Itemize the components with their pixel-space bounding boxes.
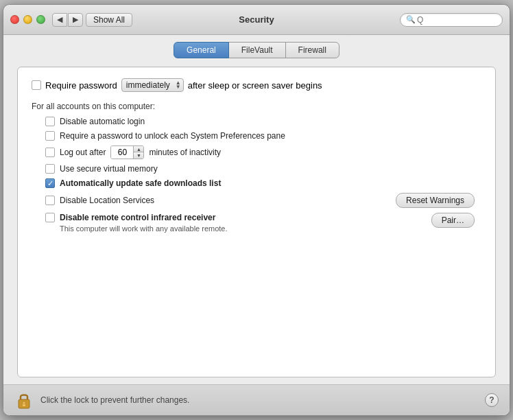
stepper-down-button[interactable]: ▼: [134, 152, 143, 159]
svg-point-2: [23, 401, 25, 404]
secure-virtual-memory-checkbox[interactable]: [45, 164, 55, 174]
tab-general[interactable]: General: [174, 42, 229, 58]
require-password-checkbox[interactable]: [32, 80, 41, 90]
disable-infrared-subtext: This computer will work with any availab…: [60, 224, 228, 234]
require-password-dropdown[interactable]: immediately 5 seconds 1 minute 5 minutes…: [121, 78, 184, 92]
minimize-button[interactable]: [23, 15, 32, 24]
auto-update-safe-downloads-label: Automatically update safe downloads list: [60, 178, 221, 188]
require-password-unlock-checkbox[interactable]: [45, 131, 55, 141]
stepper-up-button[interactable]: ▲: [134, 146, 143, 152]
disable-infrared-label: Disable remote control infrared receiver: [60, 213, 215, 222]
show-all-button[interactable]: Show All: [86, 13, 132, 27]
search-box: 🔍: [400, 13, 503, 27]
for-all-accounts-label: For all accounts on this computer:: [32, 102, 481, 111]
reset-warnings-button[interactable]: Reset Warnings: [396, 193, 475, 208]
disable-location-services-label: Disable Location Services: [60, 196, 154, 205]
disable-infrared-top: Disable remote control infrared receiver: [45, 213, 228, 222]
require-password-unlock-row: Require a password to unlock each System…: [45, 131, 481, 141]
require-password-row: Require password immediately 5 seconds 1…: [32, 78, 481, 92]
logout-after-label-before: Log out after: [60, 148, 106, 157]
window-title: Security: [239, 14, 274, 25]
logout-after-row: Log out after ▲ ▼ minutes of inactivity: [45, 145, 481, 159]
tab-filevault[interactable]: FileVault: [228, 42, 286, 58]
forward-button[interactable]: ▶: [68, 13, 83, 27]
logout-after-label-after: minutes of inactivity: [149, 148, 221, 157]
disable-location-services-checkbox[interactable]: [45, 196, 55, 205]
back-button[interactable]: ◀: [52, 13, 67, 27]
secure-virtual-memory-row: Use secure virtual memory: [45, 164, 481, 174]
disable-auto-login-row: Disable automatic login: [45, 117, 481, 126]
tab-bar: General FileVault Firewall: [17, 42, 496, 58]
titlebar: ◀ ▶ Show All Security 🔍: [3, 5, 510, 35]
disable-infrared-checkbox[interactable]: [45, 213, 55, 222]
logout-after-checkbox[interactable]: [45, 148, 55, 157]
disable-infrared-left: Disable remote control infrared receiver…: [45, 213, 228, 234]
secure-virtual-memory-label: Use secure virtual memory: [60, 164, 158, 174]
lock-instruction-text: Click the lock to prevent further change…: [40, 395, 478, 405]
nav-buttons: ◀ ▶: [52, 13, 83, 27]
search-icon: 🔍: [406, 15, 416, 24]
traffic-lights: [10, 15, 45, 24]
maximize-button[interactable]: [36, 15, 45, 24]
logout-minutes-stepper: ▲ ▼: [133, 146, 143, 159]
require-password-label: Require password: [45, 80, 117, 91]
lock-icon[interactable]: [14, 390, 34, 410]
auto-update-safe-downloads-row: ✓ Automatically update safe downloads li…: [45, 178, 481, 188]
search-input[interactable]: [417, 15, 497, 25]
tab-firewall[interactable]: Firewall: [285, 42, 339, 58]
help-button[interactable]: ?: [485, 393, 499, 407]
settings-panel: Require password immediately 5 seconds 1…: [17, 67, 496, 377]
logout-minutes-input-wrapper: ▲ ▼: [110, 145, 144, 159]
close-button[interactable]: [10, 15, 19, 24]
bottom-bar: Click the lock to prevent further change…: [3, 384, 510, 415]
logout-minutes-input[interactable]: [111, 146, 133, 159]
disable-location-services-left: Disable Location Services: [45, 196, 154, 205]
disable-auto-login-label: Disable automatic login: [60, 117, 145, 126]
disable-infrared-row: Disable remote control infrared receiver…: [45, 213, 481, 234]
immediately-dropdown-wrapper: immediately 5 seconds 1 minute 5 minutes…: [121, 78, 184, 92]
after-sleep-label: after sleep or screen saver begins: [188, 80, 322, 91]
require-password-unlock-label: Require a password to unlock each System…: [60, 131, 285, 141]
auto-update-safe-downloads-checkbox[interactable]: ✓: [45, 178, 55, 188]
main-window: ◀ ▶ Show All Security 🔍 General FileVaul…: [3, 4, 510, 416]
disable-auto-login-checkbox[interactable]: [45, 117, 55, 126]
content-area: General FileVault Firewall Require passw…: [3, 35, 510, 384]
disable-location-services-row: Disable Location Services Reset Warnings: [45, 193, 481, 208]
pair-button[interactable]: Pair…: [431, 213, 475, 228]
